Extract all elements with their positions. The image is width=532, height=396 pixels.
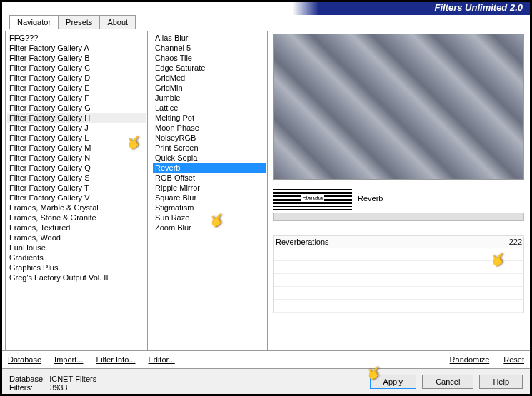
category-item[interactable]: Filter Factory Gallery D [7,73,146,83]
reset-button[interactable]: Reset [503,355,524,364]
filter-item[interactable]: NoiseyRGB [153,133,266,143]
param-value: 222 [509,238,522,246]
category-item[interactable]: Filter Factory Gallery B [7,53,146,63]
category-item[interactable]: Graphics Plus [7,263,146,273]
category-item[interactable]: Gradients [7,253,146,263]
category-item[interactable]: FFG??? [7,33,146,43]
cancel-button[interactable]: Cancel [422,375,473,389]
preview-image [273,34,524,180]
filter-item[interactable]: Square Blur [153,193,266,203]
tab-presets[interactable]: Presets [58,15,100,29]
filter-header: claudia Reverb [273,187,524,210]
filter-item[interactable]: Sun Raze [153,213,266,223]
category-item[interactable]: Frames, Marble & Crystal [7,203,146,213]
help-button[interactable]: Help [479,375,523,389]
tab-navigator[interactable]: Navigator [9,15,59,29]
param-row [274,287,523,300]
filter-item[interactable]: Melting Pot [153,113,266,123]
right-panel: claudia Reverb Reverberations222 [271,31,527,350]
param-row [274,300,523,313]
filter-item[interactable]: Stigmatism [153,203,266,213]
category-item[interactable]: Filter Factory Gallery L [7,133,146,143]
category-item[interactable]: Filter Factory Gallery V [7,193,146,203]
filters-label: Filters: [9,383,33,392]
param-row[interactable]: Reverberations222 [274,236,523,248]
progress-bar [273,213,524,221]
param-row [274,274,523,287]
filter-item[interactable]: Reverb [153,163,266,173]
footer: Database: ICNET-Filters Filters: 3933 Ap… [2,368,530,396]
filter-item[interactable]: Jumble [153,93,266,103]
category-item[interactable]: Filter Factory Gallery E [7,83,146,93]
filter-item[interactable]: GridMin [153,83,266,93]
param-row [274,261,523,274]
category-item[interactable]: Filter Factory Gallery A [7,43,146,53]
category-item[interactable]: Frames, Wood [7,233,146,243]
category-item[interactable]: Filter Factory Gallery M [7,143,146,153]
db-value: ICNET-Filters [49,375,96,383]
filter-item[interactable]: RGB Offset [153,173,266,183]
db-label: Database: [9,375,45,383]
toolbar: Database Import... Filter Info... Editor… [2,350,530,368]
parameters-table: Reverberations222 [273,235,524,313]
editor-button[interactable]: Editor... [148,355,174,364]
filter-item[interactable]: GridMed [153,73,266,83]
category-item[interactable]: Filter Factory Gallery N [7,153,146,163]
category-item[interactable]: Filter Factory Gallery T [7,183,146,193]
param-label: Reverberations [276,238,329,246]
category-item[interactable]: Frames, Stone & Granite [7,213,146,223]
author-logo: claudia [273,187,352,210]
category-item[interactable]: Filter Factory Gallery F [7,93,146,103]
filter-item[interactable]: Print Screen [153,143,266,153]
filter-info-button[interactable]: Filter Info... [96,355,135,364]
filter-item[interactable]: Edge Saturate [153,63,266,73]
current-filter-name: Reverb [358,194,383,203]
category-item[interactable]: FunHouse [7,243,146,253]
footer-info: Database: ICNET-Filters Filters: 3933 [9,375,96,392]
category-item[interactable]: Filter Factory Gallery Q [7,163,146,173]
filter-item[interactable]: Channel 5 [153,43,266,53]
main-area: FFG???Filter Factory Gallery AFilter Fac… [2,15,530,350]
filter-item[interactable]: Moon Phase [153,123,266,133]
filter-list[interactable]: Alias BlurChannel 5Chaos TileEdge Satura… [151,31,268,350]
filter-item[interactable]: Alias Blur [153,33,266,43]
param-row [274,248,523,261]
randomize-button[interactable]: Randomize [450,355,490,364]
tab-about[interactable]: About [99,15,136,29]
tab-strip: Navigator Presets About [9,15,135,29]
apply-button[interactable]: Apply [370,375,417,389]
category-item[interactable]: Filter Factory Gallery S [7,173,146,183]
category-item[interactable]: Frames, Textured [7,223,146,233]
category-item[interactable]: Filter Factory Gallery H [7,113,146,123]
filter-item[interactable]: Quick Sepia [153,153,266,163]
category-list[interactable]: FFG???Filter Factory Gallery AFilter Fac… [5,31,148,350]
app-title: Filters Unlimited 2.0 [434,2,523,13]
category-item[interactable]: Filter Factory Gallery C [7,63,146,73]
filter-item[interactable]: Chaos Tile [153,53,266,63]
title-bar: Filters Unlimited 2.0 [2,2,530,15]
filter-item[interactable]: Lattice [153,103,266,113]
filter-item[interactable]: Zoom Blur [153,223,266,233]
import-button[interactable]: Import... [54,355,83,364]
category-item[interactable]: Filter Factory Gallery J [7,123,146,133]
filter-item[interactable]: Ripple Mirror [153,183,266,193]
database-button[interactable]: Database [8,355,41,364]
category-item[interactable]: Filter Factory Gallery G [7,103,146,113]
filters-value: 3933 [50,383,67,392]
category-item[interactable]: Greg's Factory Output Vol. II [7,273,146,283]
